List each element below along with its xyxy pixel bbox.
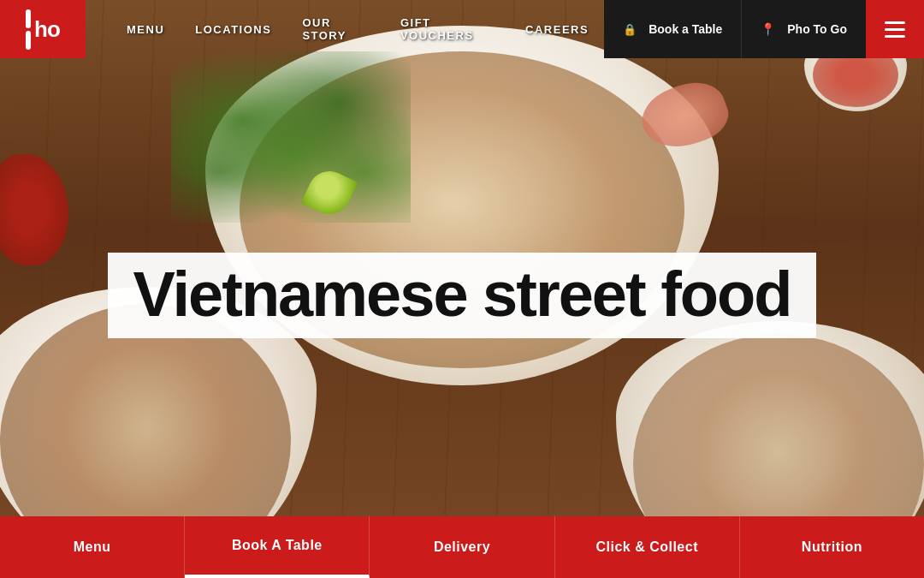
action-book-table[interactable]: Book A Table: [185, 516, 370, 578]
lock-icon: 🔒: [623, 23, 637, 36]
action-click-collect-label: Click & Collect: [595, 539, 698, 555]
action-click-collect[interactable]: Click & Collect: [555, 516, 740, 578]
hamburger-button[interactable]: [866, 0, 924, 58]
nav-careers[interactable]: CAREERS: [510, 0, 604, 58]
logo-text: ho: [34, 16, 60, 43]
hamburger-line-3: [885, 35, 905, 38]
pho-to-go-label: Pho To Go: [787, 22, 847, 36]
action-menu[interactable]: Menu: [0, 516, 185, 578]
logo-bar-2: [26, 31, 31, 50]
hero-tagline-wrapper: Vietnamese street food: [0, 253, 924, 338]
action-book-table-label: Book A Table: [232, 538, 323, 553]
herbs-decoration: [171, 51, 411, 223]
nav-links: MENU LOCATIONS OUR STORY GIFT VOUCHERS C…: [86, 0, 604, 58]
nav-locations[interactable]: LOCATIONS: [180, 0, 287, 58]
hamburger-line-2: [885, 28, 905, 31]
hero-tagline-text: Vietnamese street food: [133, 263, 791, 326]
book-table-label: Book a Table: [649, 22, 722, 36]
action-nutrition-label: Nutrition: [802, 539, 862, 555]
pho-to-go-button[interactable]: 📍 Pho To Go: [741, 0, 866, 58]
nav-menu[interactable]: MENU: [111, 0, 180, 58]
action-nutrition[interactable]: Nutrition: [740, 516, 924, 578]
navbar: ho MENU LOCATIONS OUR STORY GIFT VOUCHER…: [0, 0, 924, 58]
logo-icon: [26, 9, 31, 50]
book-table-button[interactable]: 🔒 Book a Table: [604, 0, 741, 58]
nav-ctas: 🔒 Book a Table 📍 Pho To Go: [604, 0, 924, 58]
nav-gift-vouchers[interactable]: GIFT VOUCHERS: [385, 0, 510, 58]
logo-area[interactable]: ho: [0, 0, 86, 58]
hero-tagline-box: Vietnamese street food: [108, 253, 817, 338]
nav-our-story[interactable]: OUR STORY: [287, 0, 385, 58]
action-delivery-label: Delivery: [434, 539, 490, 555]
action-menu-label: Menu: [74, 539, 111, 555]
action-bar: Menu Book A Table Delivery Click & Colle…: [0, 516, 924, 578]
pin-icon: 📍: [761, 22, 775, 36]
hamburger-line-1: [885, 21, 905, 24]
action-delivery[interactable]: Delivery: [370, 516, 554, 578]
logo-bar-1: [26, 9, 31, 28]
